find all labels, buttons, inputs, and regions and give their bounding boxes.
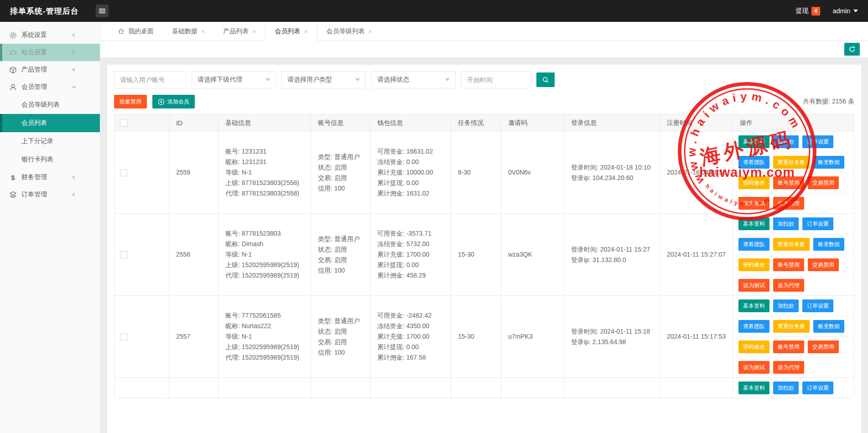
sidebar-item-2[interactable]: 产品管理 (0, 61, 100, 78)
action-line: 密码修改账号禁用交易禁用 (738, 254, 849, 275)
withdraw-menu[interactable]: 提现 4 (796, 7, 820, 15)
search-button[interactable] (536, 72, 555, 87)
action-button[interactable]: 交易禁用 (808, 176, 839, 189)
action-button[interactable]: 基本资料 (738, 135, 769, 148)
tab-0[interactable]: 我的桌面 (109, 22, 163, 41)
action-button[interactable]: 重置任务量 (773, 238, 810, 251)
action-button[interactable]: 设为测试 (738, 361, 769, 374)
register-time-cell: 2024-01-11 15:27:07 (660, 214, 733, 295)
action-button[interactable]: 加扣款 (773, 299, 799, 312)
row-select-cell (114, 132, 169, 213)
menu-toggle-button[interactable] (96, 5, 109, 17)
info-line: 状态: 启用 (318, 244, 368, 255)
tab-2[interactable]: 产品列表× (214, 22, 265, 41)
action-line: 查看团队重置任务量账变数据 (738, 234, 849, 254)
sidebar-item-4[interactable]: $财务管理 (0, 169, 100, 186)
action-button[interactable]: 加扣款 (773, 381, 799, 394)
table-row: 基本资料加扣款订单设置 (114, 378, 854, 398)
sidebar-subitem-3-2[interactable]: 上下分记录 (0, 132, 100, 150)
action-button[interactable]: 查看团队 (738, 238, 769, 251)
agent-select[interactable]: 请选择下级代理 (192, 71, 276, 88)
action-line: 设为测试设为代理 (738, 275, 849, 295)
register-time-cell (660, 378, 733, 398)
sidebar-subitem-3-1[interactable]: 会员列表 (0, 114, 100, 132)
user-menu[interactable]: admin (833, 7, 858, 15)
action-button[interactable]: 密码修改 (738, 340, 769, 353)
action-button[interactable]: 订单设置 (802, 135, 833, 148)
main-area: 我的桌面基础数据×产品列表×会员列表×会员等级列表× 请选择下级代理 请选择用户… (100, 22, 868, 433)
action-button[interactable]: 账号禁用 (773, 258, 804, 271)
action-button[interactable]: 基本资料 (738, 217, 769, 230)
action-button[interactable]: 订单设置 (802, 299, 833, 312)
action-button[interactable]: 查看团队 (738, 320, 769, 333)
info-line: 类型: 普通用户 (318, 152, 368, 162)
action-button[interactable]: 基本资料 (738, 381, 769, 394)
tab-label: 会员等级列表 (327, 27, 365, 36)
close-icon[interactable]: × (304, 28, 307, 35)
user-type-select[interactable]: 请选择用户类型 (281, 71, 366, 88)
tab-bar: 我的桌面基础数据×产品列表×会员列表×会员等级列表× (100, 22, 868, 41)
action-button[interactable]: 账变数据 (813, 320, 844, 333)
action-button[interactable]: 交易禁用 (808, 258, 839, 271)
sidebar-item-1[interactable]: 站点设置 (0, 44, 100, 61)
sidebar-subitem-3-3[interactable]: 银行卡列表 (0, 150, 100, 169)
action-button[interactable]: 订单设置 (802, 217, 833, 230)
action-button[interactable]: 加扣款 (773, 135, 799, 148)
action-button[interactable]: 查看团队 (738, 156, 769, 169)
tab-4[interactable]: 会员等级列表× (317, 22, 381, 41)
start-date-input[interactable] (461, 71, 531, 88)
action-button[interactable]: 账号禁用 (773, 176, 804, 189)
action-button[interactable]: 密码修改 (738, 258, 769, 271)
basic-info-cell (218, 378, 311, 398)
status-select[interactable]: 请选择状态 (371, 71, 456, 88)
batch-disable-button[interactable]: 批量禁用 (114, 95, 147, 108)
tab-label: 基础数据 (172, 27, 198, 36)
table-header-row: ID基础信息账号信息钱包信息任务情况邀请码登录信息注册时间操作 (114, 114, 854, 132)
close-icon[interactable]: × (369, 28, 372, 35)
action-button[interactable]: 账变数据 (813, 156, 844, 169)
account-info-cell: 类型: 普通用户状态: 启用交易: 启用信用: 100 (311, 214, 370, 295)
action-button[interactable]: 交易禁用 (808, 340, 839, 353)
info-line: 可用资金: -3573.71 (377, 228, 449, 239)
action-button[interactable]: 账变数据 (813, 238, 844, 251)
action-button[interactable]: 重置任务量 (773, 320, 810, 333)
sidebar-item-0[interactable]: 系统设置 (0, 26, 100, 44)
action-button[interactable]: 设为代理 (773, 361, 804, 374)
action-button[interactable]: 设为测试 (738, 197, 769, 210)
row-checkbox[interactable] (120, 333, 127, 340)
sidebar-subitem-3-0[interactable]: 会员等级列表 (0, 96, 100, 114)
row-checkbox[interactable] (120, 251, 127, 258)
add-member-button[interactable]: 添加会员 (152, 95, 195, 108)
info-line: 交易: 启用 (318, 255, 368, 265)
action-button[interactable]: 基本资料 (738, 299, 769, 312)
info-line: 登录时间: 2024-01-18 10:10 (571, 162, 658, 173)
action-button[interactable]: 设为测试 (738, 279, 769, 292)
account-search-input[interactable] (114, 71, 186, 88)
action-button[interactable]: 设为代理 (773, 279, 804, 292)
row-checkbox[interactable] (120, 169, 127, 176)
wallet-info-cell: 可用资金: 16631.02冻结资金: 0.00累计充值: 10000.00累计… (370, 132, 451, 213)
action-button[interactable]: 设为代理 (773, 197, 804, 210)
actions-cell: 基本资料加扣款订单设置查看团队重置任务量账变数据密码修改账号禁用交易禁用设为测试… (733, 214, 854, 295)
action-button[interactable]: 重置任务量 (773, 156, 810, 169)
chevron-down-icon (355, 78, 360, 81)
close-icon[interactable]: × (201, 28, 205, 35)
info-line: 信用: 100 (318, 347, 368, 358)
action-button[interactable]: 账号禁用 (773, 340, 804, 353)
tab-3[interactable]: 会员列表× (265, 22, 317, 41)
select-all-checkbox[interactable] (120, 119, 127, 127)
info-line: 登录时间: 2024-01-11 15:27 (571, 244, 658, 255)
row-select-cell (114, 296, 169, 377)
tab-1[interactable]: 基础数据× (163, 22, 214, 41)
action-button[interactable]: 密码修改 (738, 176, 769, 189)
user-type-select-value: 请选择用户类型 (287, 76, 332, 84)
content-card: 请选择下级代理 请选择用户类型 请选择状态 (107, 65, 861, 433)
member-table: ID基础信息账号信息钱包信息任务情况邀请码登录信息注册时间操作 2559账号: … (114, 114, 854, 398)
action-button[interactable]: 加扣款 (773, 217, 799, 230)
close-icon[interactable]: × (252, 28, 256, 35)
action-button[interactable]: 订单设置 (802, 381, 833, 394)
refresh-button[interactable] (844, 43, 860, 56)
sidebar-item-5[interactable]: 订单管理 (0, 186, 100, 203)
chevron-left-icon (72, 175, 76, 180)
sidebar-item-3[interactable]: 会员管理 (0, 78, 100, 96)
